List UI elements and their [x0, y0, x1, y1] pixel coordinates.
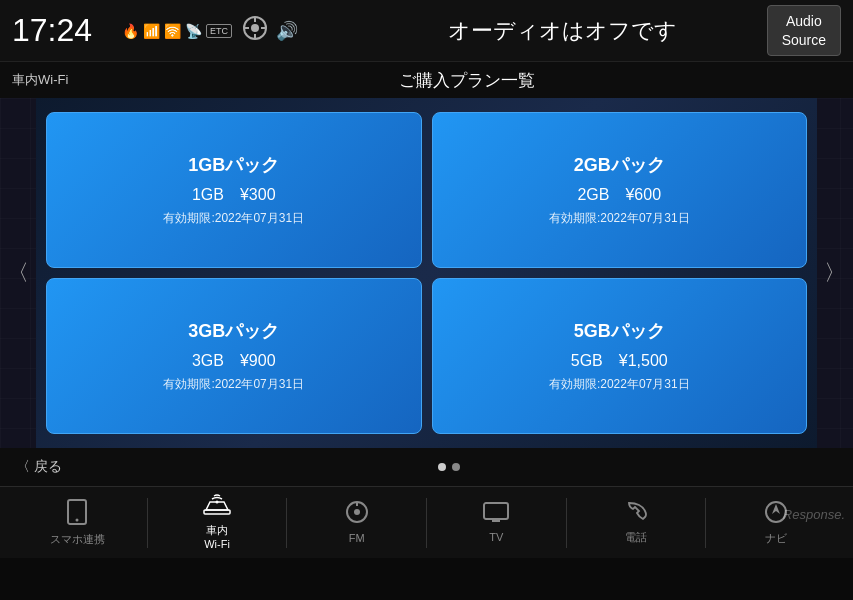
- plan-card-3[interactable]: 3GBパック3GB ¥900有効期限:2022年07月31日: [46, 278, 422, 434]
- audio-status-label: オーディオはオフです: [448, 16, 766, 46]
- nav-navi[interactable]: ナビ: [706, 487, 845, 558]
- page-dot-1: [438, 463, 446, 471]
- svg-point-9: [216, 501, 219, 504]
- plan-expiry-1: 有効期限:2022年07月31日: [163, 210, 304, 227]
- nav-row: 〈 戻る: [0, 448, 853, 486]
- fm-icon: [345, 500, 369, 528]
- signal-icon: 📶: [143, 23, 160, 39]
- nav-smartphone-label: スマホ連携: [50, 533, 105, 546]
- nav-fm-label: FM: [349, 532, 365, 545]
- page-dot-2: [452, 463, 460, 471]
- watermark: Response.: [783, 507, 845, 522]
- pagination: [62, 463, 837, 471]
- wifi-sub-label: 車内Wi-Fi: [12, 71, 92, 89]
- nav-phone-label: 電話: [625, 531, 647, 544]
- svg-point-1: [251, 24, 259, 32]
- svg-marker-17: [772, 504, 780, 514]
- audio-source-button[interactable]: Audio Source: [767, 5, 841, 55]
- svg-rect-8: [204, 510, 230, 514]
- plan-expiry-4: 有効期限:2022年07月31日: [549, 376, 690, 393]
- plan-expiry-2: 有効期限:2022年07月31日: [549, 210, 690, 227]
- plan-card-1[interactable]: 1GBパック1GB ¥300有効期限:2022年07月31日: [46, 112, 422, 268]
- sub-header: 車内Wi-Fi ご購入プラン一覧: [0, 62, 853, 98]
- nav-smartphone[interactable]: スマホ連携: [8, 487, 147, 558]
- plan-card-2[interactable]: 2GBパック2GB ¥600有効期限:2022年07月31日: [432, 112, 808, 268]
- plan-name-4: 5GBパック: [574, 319, 665, 343]
- nav-phone[interactable]: 電話: [567, 487, 706, 558]
- etc-badge: ETC: [206, 24, 232, 38]
- bottom-nav: スマホ連携 車内Wi-Fi FM: [0, 486, 853, 558]
- page-title: ご購入プラン一覧: [92, 69, 841, 92]
- status-icons: 🔥 📶 🛜 📡 ETC 🔊: [122, 15, 440, 46]
- plan-expiry-3: 有効期限:2022年07月31日: [163, 376, 304, 393]
- nav-navi-label: ナビ: [765, 532, 787, 545]
- wifi-icon: 🛜: [164, 23, 181, 39]
- nav-fm[interactable]: FM: [287, 487, 426, 558]
- status-bar: 17:24 🔥 📶 🛜 📡 ETC 🔊 オーディオはオフです Audio Sou…: [0, 0, 853, 62]
- fire-icon: 🔥: [122, 23, 139, 39]
- antenna-icon: 📡: [185, 23, 202, 39]
- smartphone-icon: [66, 499, 88, 529]
- speaker-icon: 🔊: [276, 20, 298, 42]
- radio-icon: [242, 15, 268, 46]
- left-arrow-button[interactable]: 〈: [0, 98, 36, 448]
- right-arrow-button[interactable]: 〉: [817, 98, 853, 448]
- plans-grid: 1GBパック1GB ¥300有効期限:2022年07月31日2GBパック2GB …: [36, 98, 817, 448]
- nav-tv-label: TV: [489, 531, 503, 544]
- plan-name-1: 1GBパック: [188, 153, 279, 177]
- plan-price-3: 3GB ¥900: [192, 351, 276, 372]
- main-content: 〈 1GBパック1GB ¥300有効期限:2022年07月31日2GBパック2G…: [0, 98, 853, 448]
- svg-point-7: [76, 518, 79, 521]
- nav-car-wifi-label: 車内Wi-Fi: [204, 524, 230, 550]
- car-wifi-icon: [202, 494, 232, 520]
- nav-tv[interactable]: TV: [427, 487, 566, 558]
- nav-car-wifi[interactable]: 車内Wi-Fi: [148, 487, 287, 558]
- plan-price-1: 1GB ¥300: [192, 185, 276, 206]
- svg-point-11: [354, 509, 360, 515]
- back-button[interactable]: 〈 戻る: [16, 458, 62, 476]
- plan-price-2: 2GB ¥600: [577, 185, 661, 206]
- svg-rect-13: [484, 503, 508, 519]
- plan-name-3: 3GBパック: [188, 319, 279, 343]
- clock-display: 17:24: [12, 12, 122, 49]
- plan-card-4[interactable]: 5GBパック5GB ¥1,500有効期限:2022年07月31日: [432, 278, 808, 434]
- phone-icon: [625, 501, 647, 527]
- plan-name-2: 2GBパック: [574, 153, 665, 177]
- plan-price-4: 5GB ¥1,500: [571, 351, 668, 372]
- tv-icon: [482, 501, 510, 527]
